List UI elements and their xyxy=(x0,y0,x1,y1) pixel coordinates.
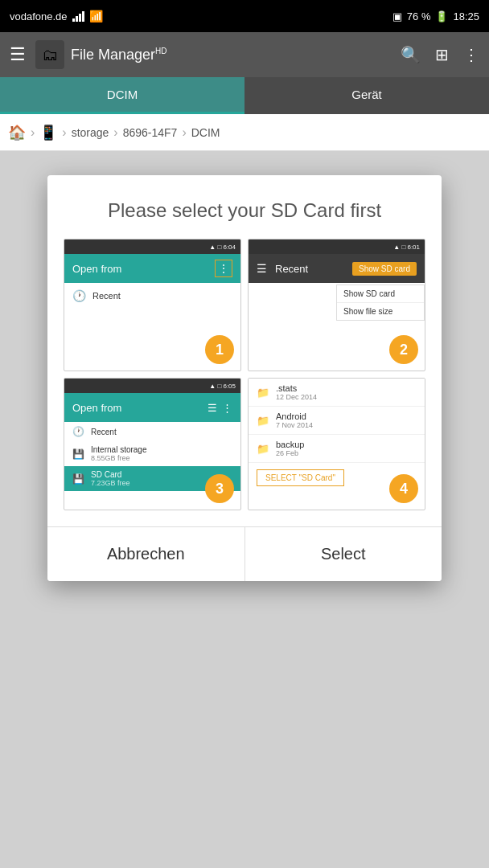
screenshot-step-3: ▲ □ 6:05 Open from ☰ ⋮ 🕐 Recent xyxy=(64,378,241,510)
device-icon[interactable]: 📱 xyxy=(39,124,57,141)
screenshot-step-4: 📁 .stats 12 Dec 2014 📁 Android 7 Nov 201… xyxy=(248,378,425,510)
signal-bars-icon xyxy=(72,10,84,22)
ss2-header: ☰ Recent Show SD card Show SD card Show … xyxy=(249,254,425,283)
ss4-folder-3-icon: 📁 xyxy=(257,443,269,455)
breadcrumb-id[interactable]: 8696-14F7 xyxy=(123,126,178,139)
ss1-clock-icon: 🕐 xyxy=(72,289,86,302)
tab-gerat[interactable]: Gerät xyxy=(244,77,489,114)
ss1-header-more-btn: ⋮ xyxy=(215,260,232,277)
modal-footer: Abbrechen Select xyxy=(47,526,442,581)
tab-bar: DCIM Gerät xyxy=(0,77,489,114)
breadcrumb-storage[interactable]: storage xyxy=(72,126,109,139)
ss1-header: Open from ⋮ xyxy=(64,254,240,283)
step-badge-4: 4 xyxy=(389,474,418,503)
breadcrumb: 🏠 › 📱 › storage › 8696-14F7 › DCIM xyxy=(0,114,489,151)
ss3-recent-item: 🕐 Recent xyxy=(64,422,240,441)
select-button[interactable]: Select xyxy=(245,527,442,581)
step-badge-2: 2 xyxy=(389,335,418,364)
battery-icon: 🔋 xyxy=(435,10,448,23)
ss3-header: Open from ☰ ⋮ xyxy=(64,393,240,422)
breadcrumb-dcim[interactable]: DCIM xyxy=(191,126,220,139)
step-badge-3: 3 xyxy=(205,474,234,503)
ss3-sd-icon: 💾 xyxy=(72,473,84,485)
step-badge-1: 1 xyxy=(205,335,234,364)
page-background: Please select your SD Card first ▲ □ 6:0… xyxy=(0,151,489,868)
modal-title: Please select your SD Card first xyxy=(72,198,417,223)
ss3-list-icon: ☰ xyxy=(208,402,217,414)
home-icon[interactable]: 🏠 xyxy=(8,124,26,141)
breadcrumb-sep-1: › xyxy=(31,125,35,140)
app-title: File ManagerHD xyxy=(71,47,167,63)
wifi-icon: 📶 xyxy=(89,10,103,23)
status-left: vodafone.de 📶 xyxy=(10,10,103,23)
carrier-text: vodafone.de xyxy=(10,10,68,23)
ss2-show-sd-item[interactable]: Show SD card xyxy=(337,285,424,303)
ss4-folder-1-icon: 📁 xyxy=(257,387,269,399)
ss2-dropdown-container: Show SD card Show SD card Show file size xyxy=(352,262,417,276)
ss4-folder-2-icon: 📁 xyxy=(257,415,269,427)
breadcrumb-sep-2: › xyxy=(62,125,66,140)
breadcrumb-sep-4: › xyxy=(182,125,186,140)
search-icon[interactable]: 🔍 xyxy=(401,45,421,64)
screenshot-step-1: ▲ □ 6:04 Open from ⋮ 🕐 Recent 1 xyxy=(64,239,241,371)
ss4-backup-item: 📁 backup 26 Feb xyxy=(249,435,425,463)
screenshots-grid: ▲ □ 6:04 Open from ⋮ 🕐 Recent 1 xyxy=(64,239,425,510)
breadcrumb-sep-3: › xyxy=(113,125,117,140)
battery-text: 76 % xyxy=(407,10,431,23)
more-options-icon[interactable]: ⋮ xyxy=(463,45,479,64)
tab-dcim[interactable]: DCIM xyxy=(0,77,244,114)
status-right: ▣ 76 % 🔋 18:25 xyxy=(392,10,479,23)
ss2-menu-icon: ☰ xyxy=(257,262,267,275)
ss2-show-filesize-item[interactable]: Show file size xyxy=(337,303,424,320)
time-text: 18:25 xyxy=(453,10,479,23)
screenshot-step-2: ▲ □ 6:01 ☰ Recent Show SD card Show SD c… xyxy=(248,239,425,371)
status-bar: vodafone.de 📶 ▣ 76 % 🔋 18:25 xyxy=(0,0,489,32)
menu-icon[interactable]: ☰ xyxy=(10,44,26,65)
ss3-clock-icon: 🕐 xyxy=(72,426,84,437)
ss3-header-icons: ☰ ⋮ xyxy=(208,402,232,414)
toolbar: ☰ File ManagerHD 🔍 ⊞ ⋮ xyxy=(0,32,489,77)
cancel-button[interactable]: Abbrechen xyxy=(47,527,245,581)
ss3-storage-icon: 💾 xyxy=(72,448,84,460)
grid-view-icon[interactable]: ⊞ xyxy=(435,45,449,64)
modal-body: ▲ □ 6:04 Open from ⋮ 🕐 Recent 1 xyxy=(47,239,442,526)
ss4-android-item: 📁 Android 7 Nov 2014 xyxy=(249,407,425,435)
ss4-stats-item: 📁 .stats 12 Dec 2014 xyxy=(249,379,425,407)
ss1-status-bar: ▲ □ 6:04 xyxy=(64,240,240,254)
sd-card-modal: Please select your SD Card first ▲ □ 6:0… xyxy=(47,175,442,581)
ss3-more-icon: ⋮ xyxy=(222,402,232,414)
ss2-show-sd-btn[interactable]: Show SD card xyxy=(352,262,417,276)
toolbar-actions: 🔍 ⊞ ⋮ xyxy=(401,45,479,64)
ss2-status-bar: ▲ □ 6:01 xyxy=(249,240,425,254)
sim-icon: ▣ xyxy=(392,10,402,23)
ss1-recent-item: 🕐 Recent xyxy=(64,283,240,309)
ss2-dropdown-menu: Show SD card Show file size xyxy=(336,285,425,321)
toolbar-logo: File ManagerHD xyxy=(35,40,391,69)
ss3-status-bar: ▲ □ 6:05 xyxy=(64,379,240,393)
app-logo-icon xyxy=(35,40,64,69)
ss3-internal-item: 💾 Internal storage 8.55GB free xyxy=(64,441,240,466)
ss4-select-sd-btn[interactable]: SELECT "SD Card" xyxy=(257,469,344,486)
modal-header: Please select your SD Card first xyxy=(47,175,442,239)
